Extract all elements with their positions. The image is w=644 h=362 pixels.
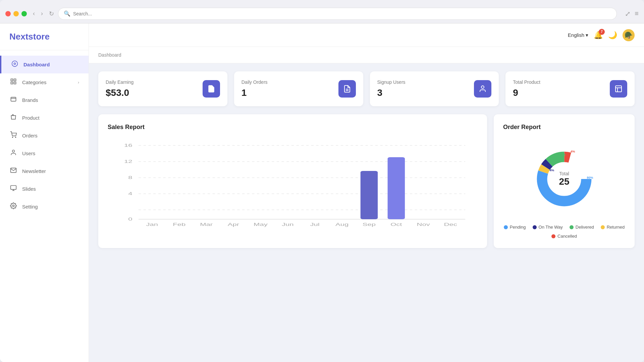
sidebar-item-slides[interactable]: Slides bbox=[0, 180, 89, 198]
browser-chrome: ‹ › ↻ 🔍 ⤢ ≡ bbox=[0, 0, 644, 23]
svg-text:Nov: Nov bbox=[417, 222, 430, 227]
sales-report-title: Sales Report bbox=[108, 124, 478, 131]
svg-rect-41 bbox=[361, 171, 378, 219]
minimize-dot[interactable] bbox=[13, 11, 19, 16]
expand-icon[interactable]: ⤢ bbox=[625, 10, 631, 18]
svg-text:12: 12 bbox=[124, 159, 132, 164]
search-input[interactable] bbox=[73, 11, 611, 16]
sidebar-item-users[interactable]: Users bbox=[0, 144, 89, 162]
legend-dot bbox=[570, 225, 574, 229]
sidebar-label-product: Product bbox=[22, 115, 40, 121]
svg-rect-10 bbox=[11, 186, 16, 190]
sidebar-label-categories: Categories bbox=[22, 79, 47, 85]
stat-info-daily-earning: Daily Earning $53.0 bbox=[106, 79, 133, 98]
content-area: Daily Earning $53.0 Daily Orders 1 Signu… bbox=[89, 63, 644, 362]
legend-dot bbox=[504, 225, 508, 229]
stat-card-daily-orders: Daily Orders 1 bbox=[234, 71, 363, 106]
language-label: English bbox=[568, 32, 584, 38]
sidebar-item-setting[interactable]: Setting bbox=[0, 198, 89, 216]
svg-text:0: 0 bbox=[128, 217, 132, 222]
svg-text:4: 4 bbox=[128, 191, 132, 196]
svg-point-7 bbox=[12, 137, 13, 138]
avatar[interactable]: 🪖 bbox=[623, 29, 635, 41]
forward-button[interactable]: › bbox=[39, 9, 45, 18]
legend-dot bbox=[601, 225, 605, 229]
stat-info-total-product: Total Product 9 bbox=[513, 79, 540, 98]
stat-info-daily-orders: Daily Orders 1 bbox=[241, 79, 268, 98]
legend-item-delivered: Delivered bbox=[570, 225, 594, 230]
bar-chart-area: 16 12 8 4 0 Jan Feb Mar Apr May bbox=[108, 139, 478, 233]
app-container: Nextstore Dashboard Categories › Brands … bbox=[0, 23, 644, 362]
stat-icon-daily-earning bbox=[203, 80, 220, 98]
svg-text:4%: 4% bbox=[549, 168, 554, 172]
sidebar-item-newsletter[interactable]: Newsletter bbox=[0, 162, 89, 180]
order-report-card: Order Report bbox=[494, 114, 635, 248]
stat-info-signup-users: Signup Users 3 bbox=[377, 79, 406, 98]
sidebar-label-users: Users bbox=[22, 150, 35, 156]
language-selector[interactable]: English ▾ bbox=[568, 32, 588, 38]
legend-dot bbox=[551, 234, 555, 238]
sidebar-item-product[interactable]: Product bbox=[0, 109, 89, 127]
legend-label: Pending bbox=[510, 225, 526, 230]
stat-card-total-product: Total Product 9 bbox=[505, 71, 635, 106]
svg-text:4%: 4% bbox=[571, 149, 575, 153]
svg-rect-42 bbox=[388, 157, 405, 219]
donut-total-label: Total bbox=[559, 171, 569, 176]
legend-label: Returned bbox=[607, 225, 625, 230]
donut-container: 80% 12% 4% 4% Total 25 bbox=[527, 142, 601, 216]
header: English ▾ 🔔 7 🌙 🪖 bbox=[89, 23, 644, 47]
brands-icon bbox=[9, 96, 17, 104]
sidebar-item-orders[interactable]: Orders bbox=[0, 127, 89, 144]
refresh-button[interactable]: ↻ bbox=[49, 10, 54, 17]
svg-point-11 bbox=[13, 205, 14, 207]
setting-icon bbox=[9, 202, 17, 211]
sidebar-item-categories[interactable]: Categories › bbox=[0, 73, 89, 91]
svg-rect-3 bbox=[14, 79, 16, 81]
header-right: English ▾ 🔔 7 🌙 🪖 bbox=[568, 29, 635, 41]
expand-arrow-icon: › bbox=[78, 80, 79, 85]
address-bar[interactable]: 🔍 bbox=[58, 8, 617, 20]
svg-text:Oct: Oct bbox=[390, 222, 402, 227]
main-content: Dashboard Daily Earning $53.0 Daily Orde… bbox=[89, 47, 644, 362]
svg-rect-4 bbox=[11, 82, 13, 84]
logo-bold: Next bbox=[9, 32, 28, 42]
menu-icon[interactable]: ≡ bbox=[635, 10, 639, 18]
svg-text:Aug: Aug bbox=[335, 222, 348, 227]
logo-area: Nextstore bbox=[0, 23, 89, 50]
nav-menu: Dashboard Categories › Brands Product Or… bbox=[0, 50, 89, 221]
maximize-dot[interactable] bbox=[21, 11, 27, 16]
stat-card-signup-users: Signup Users 3 bbox=[370, 71, 499, 106]
stat-value-signup-users: 3 bbox=[377, 87, 406, 98]
legend-label: Delivered bbox=[576, 225, 594, 230]
svg-text:Jun: Jun bbox=[282, 222, 294, 227]
svg-text:80%: 80% bbox=[587, 176, 593, 179]
back-button[interactable]: ‹ bbox=[31, 9, 37, 18]
stat-value-total-product: 9 bbox=[513, 87, 540, 98]
svg-point-1 bbox=[14, 63, 16, 65]
svg-rect-17 bbox=[615, 86, 622, 92]
legend-item-cancelled: Cancelled bbox=[551, 234, 577, 239]
sidebar-item-dashboard[interactable]: Dashboard bbox=[0, 56, 89, 73]
donut-center: Total 25 bbox=[559, 171, 569, 187]
bar-chart-svg: 16 12 8 4 0 Jan Feb Mar Apr May bbox=[108, 139, 478, 233]
svg-text:Dec: Dec bbox=[444, 222, 457, 227]
traffic-lights bbox=[5, 11, 27, 16]
right-panel: English ▾ 🔔 7 🌙 🪖 Dashboard Daily Earnin… bbox=[89, 23, 644, 362]
close-dot[interactable] bbox=[5, 11, 11, 16]
theme-toggle-button[interactable]: 🌙 bbox=[608, 31, 617, 40]
donut-total-value: 25 bbox=[559, 176, 569, 187]
slides-icon bbox=[9, 185, 17, 193]
nav-arrows: ‹ › bbox=[31, 9, 45, 18]
sidebar: Nextstore Dashboard Categories › Brands … bbox=[0, 23, 89, 362]
legend-item-on-the-way: On The Way bbox=[533, 225, 563, 230]
sidebar-item-brands[interactable]: Brands bbox=[0, 91, 89, 109]
stat-icon-daily-orders bbox=[338, 80, 356, 98]
stats-grid: Daily Earning $53.0 Daily Orders 1 Signu… bbox=[98, 71, 635, 106]
logo: Nextstore bbox=[9, 32, 79, 42]
svg-text:Jul: Jul bbox=[310, 222, 320, 227]
notification-badge: 7 bbox=[599, 29, 605, 35]
svg-text:May: May bbox=[254, 222, 268, 227]
notification-button[interactable]: 🔔 7 bbox=[594, 31, 603, 40]
sidebar-label-brands: Brands bbox=[22, 97, 38, 103]
language-arrow-icon: ▾ bbox=[586, 32, 588, 38]
